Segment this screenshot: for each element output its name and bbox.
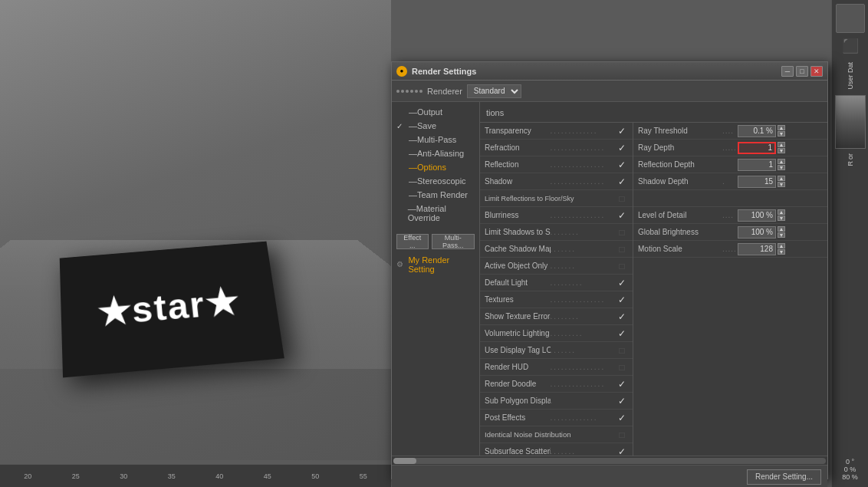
level-of-detail-value: ▲ ▼ [738, 209, 823, 222]
setting-blurriness[interactable]: Blurriness ............... ✓ [480, 207, 633, 224]
dialog-scrollbar[interactable] [392, 456, 827, 465]
ray-depth-down[interactable]: ▼ [778, 148, 785, 153]
setting-render-doodle[interactable]: Render Doodle ............... ✓ [480, 376, 633, 393]
check-sub-polygon: ✓ [616, 395, 628, 407]
check-subsurface: ✓ [616, 446, 628, 456]
ray-threshold-value: ▲ ▼ [738, 125, 823, 137]
settings-panel: tions Transparency ............. ✓ Refra… [480, 102, 827, 456]
check-limit-reflections: □ [616, 192, 628, 205]
nav-item-output[interactable]: —Output [392, 105, 479, 119]
ruler-mark-40: 40 [196, 472, 244, 480]
minimize-button[interactable]: ─ [781, 66, 794, 77]
ruler-marks: 20 25 30 35 40 45 50 55 [4, 472, 387, 480]
global-brightness-up[interactable]: ▲ [778, 226, 785, 232]
right-setting-reflection-depth[interactable]: Reflection Depth ▲ ▼ [633, 156, 827, 173]
render-setting-button[interactable]: Render Setting... [747, 469, 821, 485]
setting-transparency[interactable]: Transparency ............. ✓ [480, 123, 633, 140]
close-button[interactable]: ✕ [810, 66, 823, 77]
setting-default-light[interactable]: Default Light ......... ✓ [480, 275, 633, 291]
ray-threshold-label: Ray Threshold [638, 127, 722, 135]
right-panel-icon-orange: ⬛ [842, 38, 859, 54]
right-panel-label-r: R [847, 161, 854, 166]
check-textures: ✓ [616, 294, 628, 306]
right-setting-motion-scale[interactable]: Motion Scale ..... ▲ ▼ [633, 241, 827, 258]
setting-limit-shadows[interactable]: Limit Shadows to Soft ........ □ [480, 224, 633, 241]
check-transparency: ✓ [616, 125, 628, 137]
setting-volumetric-lighting[interactable]: Volumetric Lighting ......... ✓ [480, 325, 633, 342]
level-of-detail-up[interactable]: ▲ [778, 209, 785, 215]
setting-refraction[interactable]: Refraction ............... ✓ [480, 140, 633, 156]
scrollbar-thumb[interactable] [393, 458, 416, 464]
check-display-tag-lod: □ [616, 344, 628, 357]
setting-subsurface[interactable]: Subsurface Scattering ....... ✓ [480, 443, 633, 456]
right-setting-global-brightness[interactable]: Global Brightness ▲ ▼ [633, 224, 827, 241]
right-panel: ⬛ User Dat or R 0 ° 0 % 80 % [831, 0, 868, 487]
setting-cache-shadow[interactable]: Cache Shadow Maps ....... □ [480, 241, 633, 258]
setting-render-hud[interactable]: Render HUD ............... □ [480, 359, 633, 376]
render-setting-icon: ⚙ [396, 260, 405, 269]
nav-item-antialiasing[interactable]: —Anti-Aliasing [392, 146, 479, 160]
render-settings-dialog: ● Render Settings ─ □ ✕ Renderer Standar… [391, 61, 828, 479]
setting-sub-polygon[interactable]: Sub Polygon Displacement . ✓ [480, 393, 633, 410]
renderer-select[interactable]: Standard [467, 84, 521, 98]
setting-post-effects[interactable]: Post Effects ............. ✓ [480, 410, 633, 426]
right-setting-level-of-detail[interactable]: Level of Detail .... ▲ ▼ [633, 207, 827, 224]
timeline-ruler: 20 25 30 35 40 45 50 55 [0, 464, 391, 487]
setting-shadow[interactable]: Shadow ............... ✓ [480, 173, 633, 190]
toolbar-grip [396, 90, 422, 93]
right-setting-shadow-depth[interactable]: Shadow Depth . ▲ ▼ [633, 173, 827, 190]
motion-scale-input[interactable] [738, 243, 776, 255]
check-identical-noise: □ [616, 429, 628, 441]
right-panel-btn-1[interactable] [836, 4, 865, 33]
ray-threshold-up[interactable]: ▲ [778, 125, 785, 130]
global-brightness-stepper: ▲ ▼ [778, 226, 785, 238]
nav-item-multipass[interactable]: —Multi-Pass [392, 133, 479, 146]
reflection-depth-up[interactable]: ▲ [778, 159, 785, 164]
ray-threshold-input[interactable] [738, 125, 776, 137]
nav-item-save[interactable]: ✓ —Save [392, 119, 479, 133]
setting-textures[interactable]: Textures ............... ✓ [480, 291, 633, 308]
my-render-setting-row[interactable]: ⚙ My Render Setting [392, 252, 479, 277]
motion-scale-down[interactable]: ▼ [778, 249, 785, 255]
effect-button[interactable]: Effect ... [396, 234, 429, 249]
setting-show-texture-errors[interactable]: Show Texture Errors ........ ✓ [480, 308, 633, 325]
shadow-depth-input[interactable] [738, 176, 776, 188]
nav-item-options[interactable]: —Options [392, 160, 479, 174]
reflection-depth-label: Reflection Depth [638, 160, 722, 169]
motion-scale-up[interactable]: ▲ [778, 243, 785, 248]
level-of-detail-input[interactable] [738, 209, 776, 222]
right-setting-ray-depth[interactable]: Ray Depth ....... ▲ ▼ [633, 140, 827, 156]
settings-columns: Transparency ............. ✓ Refraction … [480, 123, 827, 456]
setting-limit-reflections[interactable]: Limit Reflections to Floor/Sky □ [480, 190, 633, 207]
right-setting-ray-threshold[interactable]: Ray Threshold .... ▲ ▼ [633, 123, 827, 140]
check-post-effects: ✓ [616, 412, 628, 424]
global-brightness-input[interactable] [738, 226, 776, 239]
multi-pass-button[interactable]: Multi-Pass... [432, 234, 475, 249]
ruler-mark-55: 55 [340, 472, 388, 480]
nav-panel: —Output ✓ —Save —Multi-Pass —Anti-Aliasi… [392, 102, 480, 456]
right-panel-label-or: or [847, 153, 854, 160]
shadow-depth-up[interactable]: ▲ [778, 176, 785, 181]
ray-depth-input[interactable] [738, 142, 776, 154]
right-bottom-0pct: 0 % [842, 466, 858, 473]
maximize-button[interactable]: □ [796, 66, 808, 77]
setting-identical-noise[interactable]: Identical Noise Distribution □ [480, 426, 633, 443]
right-bottom-80pct: 80 % [842, 473, 858, 481]
shadow-depth-stepper: ▲ ▼ [778, 176, 785, 187]
ray-threshold-down[interactable]: ▼ [778, 131, 785, 137]
shadow-depth-down[interactable]: ▼ [778, 182, 785, 187]
right-bottom-0deg: 0 ° [842, 458, 858, 466]
global-brightness-down[interactable]: ▼ [778, 232, 785, 238]
reflection-depth-down[interactable]: ▼ [778, 165, 785, 170]
nav-item-teamrender[interactable]: —Team Render [392, 188, 479, 202]
setting-display-tag-lod[interactable]: Use Display Tag LOD ....... □ [480, 342, 633, 359]
nav-item-materialoverride[interactable]: —Material Override [392, 202, 479, 225]
nav-item-stereoscopic[interactable]: —Stereoscopic [392, 174, 479, 188]
setting-active-object[interactable]: Active Object Only ....... □ [480, 258, 633, 275]
global-brightness-value: ▲ ▼ [738, 226, 823, 239]
reflection-depth-input[interactable] [738, 159, 776, 171]
dialog-content: —Output ✓ —Save —Multi-Pass —Anti-Aliasi… [392, 102, 827, 456]
ray-depth-up[interactable]: ▲ [778, 142, 785, 147]
level-of-detail-down[interactable]: ▼ [778, 216, 785, 221]
setting-reflection[interactable]: Reflection ............... ✓ [480, 156, 633, 173]
